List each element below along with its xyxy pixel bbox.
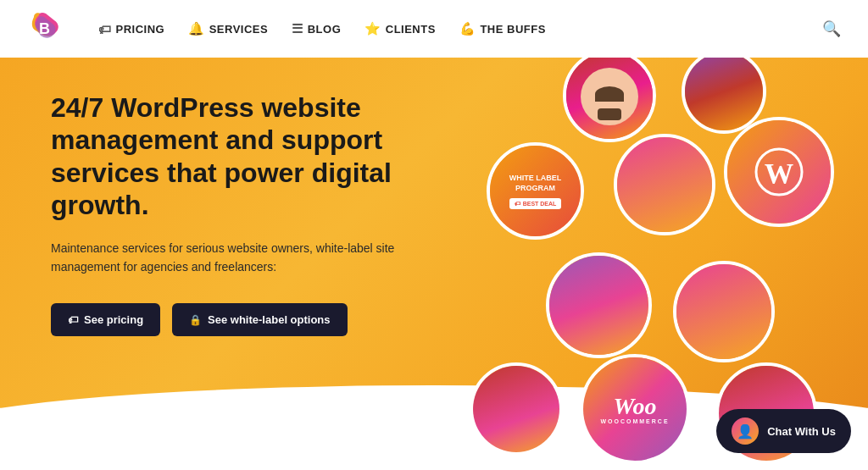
white-label-button[interactable]: 🔒 See white-label options — [172, 303, 347, 336]
svg-text:W: W — [765, 157, 794, 189]
svg-text:B: B — [39, 20, 50, 37]
circle-wordpress: W — [724, 117, 834, 227]
hero-subtitle: Maintenance services for serious website… — [51, 239, 407, 277]
clients-icon: ⭐ — [364, 21, 381, 36]
circle-person3 — [614, 134, 715, 235]
see-pricing-button[interactable]: 🏷 See pricing — [51, 303, 160, 336]
circle-person5 — [673, 261, 775, 362]
nav-item-blog[interactable]: ☰ BLOG — [292, 21, 341, 36]
circle-whitelabel: WHITE LABEL PROGRAM 🏷 BEST DEAL — [487, 142, 584, 240]
services-icon: 🔔 — [188, 21, 205, 36]
hero-content: 24/7 WordPress website management and su… — [51, 91, 407, 336]
circle-person6 — [470, 362, 563, 456]
nav-item-pricing[interactable]: 🏷 PRICING — [98, 22, 164, 36]
nav-links: 🏷 PRICING 🔔 SERVICES ☰ BLOG ⭐ CLIENTS — [98, 21, 822, 36]
pricing-icon: 🏷 — [98, 22, 112, 36]
hero-circles: WHITE LABEL PROGRAM 🏷 BEST DEAL W — [419, 58, 868, 470]
pricing-btn-icon: 🏷 — [68, 314, 78, 326]
circle-woocommerce: Woo WOOCOMMERCE — [580, 354, 690, 464]
hero-title: 24/7 WordPress website management and su… — [51, 91, 407, 222]
nav-item-clients[interactable]: ⭐ CLIENTS — [364, 21, 436, 36]
chat-avatar: 👤 — [732, 417, 759, 445]
main-nav: B 🏷 PRICING 🔔 SERVICES ☰ BLOG ⭐ CLIENTS — [0, 0, 868, 58]
search-button[interactable]: 🔍 — [822, 19, 841, 38]
hero-section: 24/7 WordPress website management and su… — [0, 58, 868, 470]
blog-icon: ☰ — [292, 21, 303, 36]
circle-person1 — [563, 58, 656, 142]
lock-icon: 🔒 — [189, 314, 202, 326]
nav-item-buffs[interactable]: 💪 THE BUFFS — [459, 21, 546, 36]
chat-widget[interactable]: 👤 Chat With Us — [716, 409, 851, 453]
circle-person4 — [546, 252, 652, 358]
hero-buttons: 🏷 See pricing 🔒 See white-label options — [51, 303, 407, 336]
buffs-icon: 💪 — [459, 21, 476, 36]
chat-label: Chat With Us — [767, 425, 836, 438]
nav-item-services[interactable]: 🔔 SERVICES — [188, 21, 268, 36]
logo[interactable]: B — [27, 8, 64, 49]
